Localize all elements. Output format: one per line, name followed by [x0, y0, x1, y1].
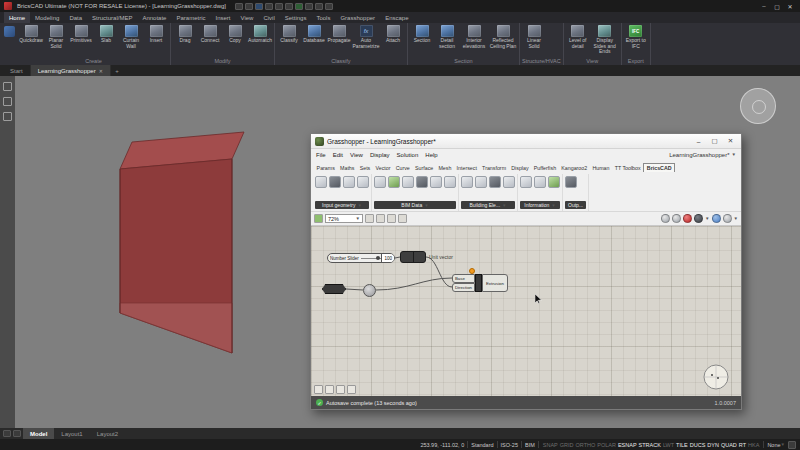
save-file-icon[interactable]	[314, 214, 323, 223]
tab-structural-mep[interactable]: Structural/MEP	[87, 12, 137, 23]
undo-icon[interactable]	[275, 3, 283, 10]
gh-tab-params[interactable]: Params	[314, 164, 337, 172]
dim-style[interactable]: ISO-25	[501, 442, 518, 448]
grasshopper-window[interactable]: Grasshopper - LearningGrasshopper* – ▢ ✕…	[310, 133, 742, 410]
toggle-dyn[interactable]: DYN	[706, 442, 720, 448]
layout-tab-layout2[interactable]: Layout2	[90, 428, 125, 439]
ribbon-button-display-sides-ends[interactable]: Display Sides and Ends	[591, 24, 619, 55]
gh-menu-display[interactable]: Display	[370, 152, 390, 158]
preview-custom-icon[interactable]	[694, 214, 703, 223]
slider-knob[interactable]	[376, 256, 380, 260]
gh-tab-curve[interactable]: Curve	[393, 164, 412, 172]
gh-menu-help[interactable]: Help	[425, 152, 437, 158]
ribbon-button-insert[interactable]: Insert	[144, 24, 168, 44]
gh-component-icon[interactable]	[402, 176, 414, 188]
gh-tab-transform[interactable]: Transform	[480, 164, 509, 172]
preview-shaded-icon[interactable]	[672, 214, 681, 223]
toggle-ducs[interactable]: DUCS	[689, 442, 707, 448]
ribbon-button-planar-solid[interactable]: Planar Solid	[44, 24, 68, 49]
ribbon-button-automatch[interactable]: Automatch	[248, 24, 272, 44]
tab-insert[interactable]: Insert	[210, 12, 235, 23]
gh-component-icon[interactable]	[329, 176, 341, 188]
tab-grasshopper[interactable]: Grasshopper	[335, 12, 380, 23]
toggle-lwt[interactable]: LWT	[662, 442, 675, 448]
ribbon-button-level-of-detail[interactable]: Level of detail	[566, 24, 590, 49]
number-slider-node[interactable]: Number Slider 100	[327, 253, 395, 263]
doc-tab-start[interactable]: Start	[3, 65, 31, 76]
display-settings-icon[interactable]	[712, 214, 721, 223]
gh-component-icon[interactable]	[548, 176, 560, 188]
gh-component-icon[interactable]	[388, 176, 400, 188]
zoom-out-icon[interactable]	[376, 214, 385, 223]
toggle-snap[interactable]: SNAP	[542, 442, 559, 448]
close-button[interactable]: ✕	[784, 1, 796, 11]
dock-panel-icon[interactable]	[3, 97, 12, 106]
ribbon-button-copy[interactable]: Copy	[223, 24, 247, 44]
grasshopper-canvas[interactable]: Number Slider 100 Unit vector Base Direc…	[311, 226, 741, 398]
minimize-button[interactable]: –	[758, 1, 770, 11]
gh-component-icon[interactable]	[503, 176, 515, 188]
gh-component-icon[interactable]	[489, 176, 501, 188]
chevron-down-icon[interactable]: ▼	[781, 442, 785, 447]
cursor-settings-icon[interactable]	[295, 3, 303, 10]
app-button[interactable]	[2, 23, 17, 65]
text-tool-icon[interactable]	[325, 385, 334, 394]
dock-panel-icon[interactable]	[3, 112, 12, 121]
workspace-indicator[interactable]: BIM	[525, 442, 535, 448]
gh-component-icon[interactable]	[461, 176, 473, 188]
gh-component-icon[interactable]	[520, 176, 532, 188]
layout-tab-model[interactable]: Model	[23, 428, 54, 439]
selection-filter-select[interactable]: None	[767, 442, 780, 448]
warning-balloon-icon[interactable]	[469, 268, 475, 274]
toggle-polar[interactable]: POLAR	[596, 442, 617, 448]
pan-icon[interactable]	[387, 214, 396, 223]
ribbon-button-primitives[interactable]: Primitives	[69, 24, 93, 44]
gh-component-icon[interactable]	[444, 176, 456, 188]
gh-document-selector[interactable]: LearningGrasshopper*▼	[669, 152, 736, 158]
gh-tab-mesh[interactable]: Mesh	[436, 164, 454, 172]
tab-tools[interactable]: Tools	[311, 12, 335, 23]
ribbon-button-connect[interactable]: Connect	[198, 24, 222, 44]
copy-icon[interactable]	[305, 3, 313, 10]
toggle-grid[interactable]: GRID	[559, 442, 575, 448]
gh-tab-vector[interactable]: Vector	[373, 164, 393, 172]
tab-view[interactable]: View	[235, 12, 258, 23]
gh-tab-intersect[interactable]: Intersect	[454, 164, 480, 172]
gh-tab-sets[interactable]: Sets	[357, 164, 373, 172]
gh-component-icon[interactable]	[357, 176, 369, 188]
gh-group-label[interactable]: Outp...	[565, 201, 586, 209]
ribbon-button-detail-section[interactable]: Detail section	[435, 24, 459, 49]
preview-off-icon[interactable]	[683, 214, 692, 223]
toggle-esnap[interactable]: ESNAP	[617, 442, 638, 448]
tab-modeling[interactable]: Modeling	[30, 12, 64, 23]
extrude-input-direction[interactable]: Direction	[452, 283, 475, 292]
statusbar-settings-icon[interactable]	[788, 441, 796, 449]
tab-enscape[interactable]: Enscape	[380, 12, 413, 23]
canvas-radar[interactable]	[703, 364, 729, 390]
zoom-select[interactable]: 72%▼	[325, 214, 363, 223]
ribbon-button-database[interactable]: Database	[302, 24, 326, 44]
gh-menu-solution[interactable]: Solution	[397, 152, 419, 158]
chevron-down-icon[interactable]: ▼	[734, 216, 738, 221]
extrude-component[interactable]: Base Direction Extrusion	[452, 274, 508, 292]
gh-component-icon[interactable]	[430, 176, 442, 188]
zoom-extents-icon[interactable]	[398, 214, 407, 223]
redo-icon[interactable]	[285, 3, 293, 10]
gh-component-icon[interactable]	[565, 176, 577, 188]
cluster-tool-icon[interactable]	[347, 385, 356, 394]
toggle-tile[interactable]: TILE	[675, 442, 689, 448]
layout-list-icon[interactable]	[3, 430, 11, 437]
tab-home[interactable]: Home	[4, 12, 30, 23]
tab-annotate[interactable]: Annotate	[137, 12, 171, 23]
new-file-icon[interactable]	[235, 3, 243, 10]
gh-component-icon[interactable]	[416, 176, 428, 188]
chevron-down-icon[interactable]: ▼	[705, 216, 709, 221]
toggle-rt[interactable]: RT	[738, 442, 747, 448]
gh-tab-surface[interactable]: Surface	[412, 164, 435, 172]
gh-minimize-button[interactable]: –	[692, 136, 705, 147]
gh-tab-kangaroo2[interactable]: Kangaroo2	[559, 164, 590, 172]
gh-tab-maths[interactable]: Maths	[337, 164, 357, 172]
gh-menu-file[interactable]: File	[316, 152, 326, 158]
ribbon-button-export-ifc[interactable]: IFCExport to IFC	[624, 24, 648, 49]
open-file-icon[interactable]	[245, 3, 253, 10]
